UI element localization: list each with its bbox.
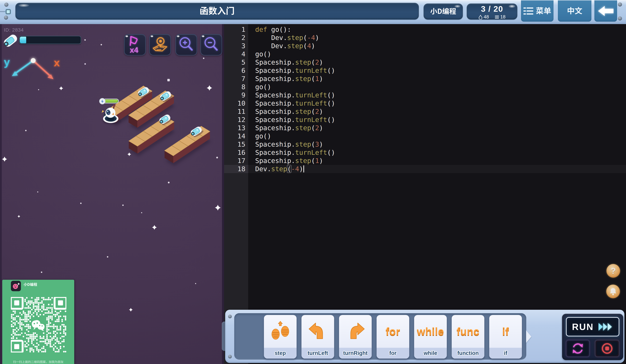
code-token: step [295, 75, 311, 83]
code-token: turnLeft [295, 91, 327, 99]
zoom-out-icon [201, 34, 222, 55]
code-token: step [295, 59, 311, 66]
line-number: 15 [224, 140, 245, 148]
reset-button[interactable] [566, 340, 590, 357]
line-number: 9 [224, 91, 245, 99]
zoom-in-icon [176, 34, 197, 55]
zoom-in-button[interactable] [175, 34, 197, 56]
brand-label [424, 3, 463, 20]
block-turnLeft[interactable]: turnLeft [302, 315, 334, 359]
block-turnRight[interactable]: turnRight [339, 315, 372, 359]
panel-pointer-icon[interactable] [526, 330, 531, 343]
glint-highlight [151, 35, 153, 37]
code-token: Dev. [255, 165, 271, 173]
code-token: Spaceship. [255, 116, 295, 124]
code-token: go() [255, 83, 271, 91]
page-title [15, 3, 419, 20]
hamburger-icon [523, 7, 533, 15]
menu-button[interactable] [521, 0, 553, 22]
code-token: 1 [315, 157, 319, 165]
code-line[interactable]: 16Spaceship.turnLeft() [224, 148, 626, 157]
run-button[interactable]: RUN [566, 317, 619, 336]
code-token: ( [303, 42, 307, 50]
back-arrow-icon [597, 4, 614, 17]
qr-brand-label [24, 283, 37, 287]
code-line[interactable]: 9Spaceship.turnLeft() [224, 91, 626, 99]
code-token: ( [311, 124, 315, 132]
menu-label [536, 7, 551, 15]
line-number: 3 [224, 42, 245, 50]
screw-icon [618, 16, 622, 20]
code-line[interactable]: 8go() [224, 83, 626, 91]
code-token: def [255, 26, 267, 33]
screw-icon [228, 355, 232, 358]
block-step[interactable]: step [264, 315, 297, 359]
code-line[interactable]: 12Spaceship.turnLeft() [224, 116, 626, 124]
run-label: RUN [572, 322, 594, 332]
code-token: Dev. [255, 42, 287, 50]
code-line[interactable]: 17Spaceship.step(1) [224, 157, 626, 165]
code-line[interactable]: 2 Dev.step(-4) [224, 34, 626, 42]
block-while[interactable]: while while [414, 315, 447, 359]
code-line[interactable]: 13Spaceship.step(2) [224, 124, 626, 132]
map-button[interactable] [149, 34, 171, 56]
lines-icon [495, 15, 499, 19]
code-token: 2 [315, 124, 319, 132]
screw-icon [4, 16, 8, 20]
back-button[interactable] [594, 0, 617, 22]
top-bar: 3 / 20 48 18 [0, 0, 626, 24]
code-line[interactable]: 6Spaceship.turnLeft() [224, 66, 626, 75]
level-title-box [15, 3, 419, 20]
code-line[interactable]: 15Spaceship.step(3) [224, 140, 626, 148]
line-number: 12 [224, 116, 245, 124]
code-line[interactable]: 11Spaceship.step(2) [224, 107, 626, 116]
level-progress-box: 3 / 20 48 18 [467, 3, 517, 20]
line-number: 6 [224, 66, 245, 75]
reset-icon [571, 342, 584, 355]
line-number: 17 [224, 157, 245, 165]
help-button[interactable]: ? [606, 264, 620, 278]
code-token: Spaceship. [255, 157, 295, 165]
speed-button[interactable]: x4 [124, 34, 146, 56]
zoom-out-button[interactable] [200, 34, 222, 56]
line-number: 18 [224, 165, 245, 173]
language-button[interactable] [558, 0, 591, 22]
screw-icon [228, 315, 232, 318]
stop-button[interactable] [595, 340, 619, 357]
block-label: while [414, 348, 447, 359]
code-token: Spaceship. [255, 59, 295, 66]
step-icon [269, 321, 292, 342]
code-line[interactable]: 10Spaceship.turnLeft() [224, 99, 626, 107]
code-token: 2 [315, 108, 319, 115]
level-progress: 3 / 20 [467, 4, 517, 14]
code-token: ( [287, 165, 291, 173]
code-token: Spaceship. [255, 75, 295, 83]
code-token: () [327, 99, 335, 107]
code-line[interactable]: 18Dev.step(-4) [224, 165, 626, 173]
turn-right-icon [344, 321, 367, 342]
code-line[interactable]: 5Spaceship.step(2) [224, 58, 626, 66]
line-number: 5 [224, 58, 245, 66]
line-number: 10 [224, 99, 245, 107]
block-for[interactable]: for for [377, 315, 409, 359]
notification-button[interactable] [606, 285, 620, 298]
code-token: go(): [267, 26, 291, 33]
code-line[interactable]: 7Spaceship.step(1) [224, 75, 626, 83]
code-token: Spaceship. [255, 67, 295, 74]
code-token: ) [319, 108, 323, 115]
block-label: turnLeft [302, 348, 334, 359]
block-text-icon: if [502, 326, 509, 337]
player-id-label: ID: 2834 [4, 27, 24, 33]
code-line[interactable]: 3 Dev.step(4) [224, 42, 626, 50]
code-token: turnLeft [295, 149, 327, 156]
code-line[interactable]: 14go() [224, 132, 626, 140]
code-token: ( [303, 34, 307, 41]
code-token: ) [319, 124, 323, 132]
code-line[interactable]: 4go() [224, 50, 626, 58]
code-token: Spaceship. [255, 99, 295, 107]
code-line[interactable]: 1def go(): [224, 26, 626, 34]
block-function[interactable]: func function [452, 315, 484, 359]
block-if[interactable]: if if [489, 315, 522, 359]
block-panel: step turnLeft turnRightfor forwhile whil… [234, 313, 526, 360]
code-token: step [271, 165, 287, 173]
